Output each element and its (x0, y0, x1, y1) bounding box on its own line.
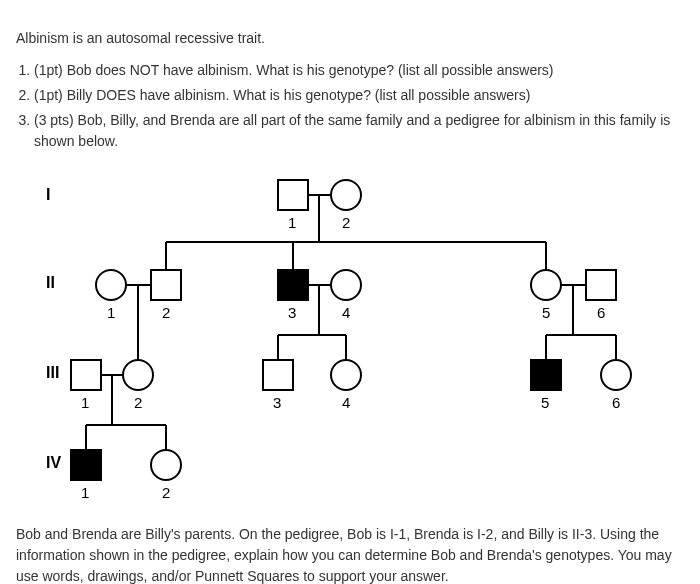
label-IV1: 1 (81, 484, 89, 501)
question-list: (1pt) Bob does NOT have albinism. What i… (34, 60, 684, 152)
ind-II4-circle-icon (331, 270, 361, 300)
ind-II3-square-filled-icon (278, 270, 308, 300)
label-IV2: 2 (162, 484, 170, 501)
ind-II1-circle-icon (96, 270, 126, 300)
ind-IV1-square-filled-icon (71, 450, 101, 480)
ind-II6-square-icon (586, 270, 616, 300)
ind-III5-square-filled-icon (531, 360, 561, 390)
question-3: (3 pts) Bob, Billy, and Brenda are all p… (34, 110, 684, 152)
gen-label-3: III (46, 364, 59, 381)
gen-label-2: II (46, 274, 55, 291)
ind-II5-circle-icon (531, 270, 561, 300)
label-II3: 3 (288, 304, 296, 321)
footer-text: Bob and Brenda are Billy's parents. On t… (16, 524, 684, 584)
gen-label-1: I (46, 186, 50, 203)
question-1: (1pt) Bob does NOT have albinism. What i… (34, 60, 684, 81)
ind-III1-square-icon (71, 360, 101, 390)
label-III5: 5 (541, 394, 549, 411)
label-II4: 4 (342, 304, 350, 321)
ind-IV2-circle-icon (151, 450, 181, 480)
label-II5: 5 (542, 304, 550, 321)
ind-I2-circle-icon (331, 180, 361, 210)
label-I1: 1 (288, 214, 296, 231)
gen-label-4: IV (46, 454, 61, 471)
intro-text: Albinism is an autosomal recessive trait… (16, 30, 684, 46)
label-III3: 3 (273, 394, 281, 411)
label-III1: 1 (81, 394, 89, 411)
ind-I1-square-icon (278, 180, 308, 210)
ind-III3-square-icon (263, 360, 293, 390)
ind-III6-circle-icon (601, 360, 631, 390)
question-2: (1pt) Billy DOES have albinism. What is … (34, 85, 684, 106)
label-III6: 6 (612, 394, 620, 411)
pedigree-diagram: I II III IV 1 2 1 2 3 4 5 6 1 2 (16, 170, 684, 510)
label-II6: 6 (597, 304, 605, 321)
label-I2: 2 (342, 214, 350, 231)
label-II2: 2 (162, 304, 170, 321)
label-II1: 1 (107, 304, 115, 321)
label-III2: 2 (134, 394, 142, 411)
ind-III4-circle-icon (331, 360, 361, 390)
ind-II2-square-icon (151, 270, 181, 300)
label-III4: 4 (342, 394, 350, 411)
ind-III2-circle-icon (123, 360, 153, 390)
